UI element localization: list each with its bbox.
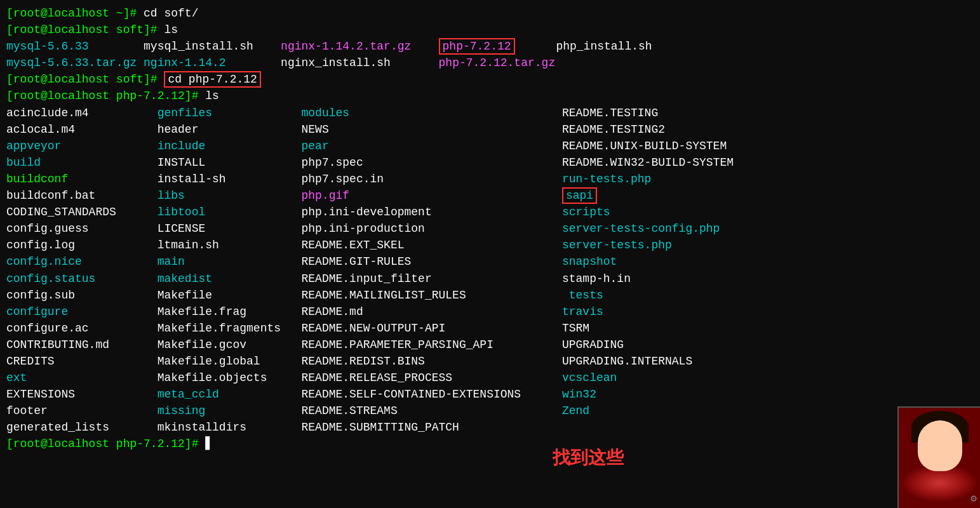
php-ls-r11: config.status makedist README.input_filt… bbox=[6, 271, 974, 287]
f-sapi-outlined: sapi bbox=[562, 187, 597, 204]
php-ls-r12: config.sub Makefile README.MAILINGLIST_R… bbox=[6, 287, 974, 304]
php-ls-r9: config.log ltmain.sh README.EXT_SKEL ser… bbox=[6, 237, 974, 253]
f-readme-self-contained: README.SELF-CONTAINED-EXTENSIONS bbox=[301, 388, 561, 401]
line-ls-php: [root@localhost php-7.2.12]# ls bbox=[6, 88, 974, 104]
gear-icon: ⚙ bbox=[970, 492, 977, 505]
line-cd-php: [root@localhost soft]# cd php-7.2.12 bbox=[6, 71, 974, 88]
php-ls-r3: appveyor include pear README.UNIX-BUILD-… bbox=[6, 138, 974, 154]
avatar-thumbnail: ⚙ bbox=[897, 406, 980, 508]
file-nginx-tar: nginx-1.14.2.tar.gz bbox=[281, 40, 438, 53]
f-readme-streams: README.STREAMS bbox=[301, 404, 561, 417]
f-config-log: config.log bbox=[6, 239, 158, 251]
f-readme-testing: README.TESTING bbox=[562, 107, 658, 119]
cmd-cd-php-outlined: cd php-7.2.12 bbox=[164, 71, 260, 88]
f-readme-win32: README.WIN32-BUILD-SYSTEM bbox=[562, 156, 734, 169]
f-news: NEWS bbox=[301, 123, 561, 136]
f-configure-ac: configure.ac bbox=[6, 322, 158, 335]
f-config-guess: config.guess bbox=[6, 222, 158, 235]
file-mysql-tar: mysql-5.6.33.tar.gz bbox=[6, 57, 144, 69]
line-ls-soft: [root@localhost soft]# ls bbox=[6, 22, 974, 38]
file-nginx-install: nginx_install.sh bbox=[281, 57, 438, 69]
f-scripts: scripts bbox=[562, 206, 610, 218]
f-license: LICENSE bbox=[158, 222, 302, 235]
f-appveyor: appveyor bbox=[6, 140, 158, 152]
php-ls-r13: configure Makefile.frag README.md travis bbox=[6, 304, 974, 320]
php-ls-r8: config.guess LICENSE php.ini-production … bbox=[6, 220, 974, 237]
f-genfiles: genfiles bbox=[158, 107, 302, 119]
f-header: header bbox=[158, 123, 302, 136]
f-upgrading-internals: UPGRADING.INTERNALS bbox=[562, 355, 692, 368]
f-coding-standards: CODING_STANDARDS bbox=[6, 206, 158, 218]
f-readme-redist-bins: README.REDIST.BINS bbox=[301, 355, 561, 368]
f-php-ini-dev: php.ini-development bbox=[301, 206, 561, 218]
f-server-tests-config: server-tests-config.php bbox=[562, 222, 720, 235]
f-config-sub: config.sub bbox=[6, 289, 158, 302]
f-buildconf-bat: buildconf.bat bbox=[6, 189, 158, 202]
file-php-7212-outlined: php-7.2.12 bbox=[439, 38, 515, 55]
f-credits: CREDITS bbox=[6, 355, 158, 368]
f-readme-unix: README.UNIX-BUILD-SYSTEM bbox=[562, 140, 727, 152]
php-ls-r6: buildconf.bat libs php.gif sapi bbox=[6, 187, 974, 204]
php-ls-r10: config.nice main README.GIT-RULES snapsh… bbox=[6, 253, 974, 270]
f-win32: win32 bbox=[562, 388, 596, 401]
f-sapi: sapi bbox=[566, 189, 593, 202]
f-libtool: libtool bbox=[158, 206, 302, 218]
php-ls-r16: CREDITS Makefile.global README.REDIST.BI… bbox=[6, 353, 974, 370]
f-makefile-fragments: Makefile.fragments bbox=[158, 322, 302, 335]
file-mysql-5633: mysql-5.6.33 bbox=[6, 40, 144, 53]
line-cd-soft: [root@localhost ~]# cd soft/ bbox=[6, 5, 974, 22]
f-include: include bbox=[158, 140, 302, 152]
f-upgrading: UPGRADING bbox=[562, 338, 624, 351]
avatar-image bbox=[899, 408, 980, 508]
php-ls-r4: build INSTALL php7.spec README.WIN32-BUI… bbox=[6, 154, 974, 171]
f-readme-mailinglist: README.MAILINGLIST_RULES bbox=[301, 289, 568, 302]
f-aclocal: aclocal.m4 bbox=[6, 123, 158, 136]
prompt-4: [root@localhost php-7.2.12]# bbox=[6, 90, 205, 102]
php-ls-r15: CONTRIBUTING.md Makefile.gcov README.PAR… bbox=[6, 337, 974, 353]
f-makefile-gcov: Makefile.gcov bbox=[158, 338, 302, 351]
php-ls-r7: CODING_STANDARDS libtool php.ini-develop… bbox=[6, 204, 974, 220]
f-vcsclean: vcsclean bbox=[562, 371, 617, 384]
f-build: build bbox=[6, 156, 158, 169]
f-acinclude: acinclude.m4 bbox=[6, 107, 158, 119]
f-contributing: CONTRIBUTING.md bbox=[6, 338, 158, 351]
f-php-gif: php.gif bbox=[301, 189, 561, 202]
f-php-ini-prod: php.ini-production bbox=[301, 222, 561, 235]
php-ls-r20: generated_lists mkinstalldirs README.SUB… bbox=[6, 419, 974, 436]
f-readme-testing2: README.TESTING2 bbox=[562, 123, 665, 136]
f-missing: missing bbox=[158, 404, 302, 417]
cursor: ▋ bbox=[205, 438, 212, 450]
ls-row1: mysql-5.6.33 mysql_install.sh nginx-1.14… bbox=[6, 38, 974, 55]
f-configure: configure bbox=[6, 305, 158, 318]
f-libs: libs bbox=[158, 189, 302, 202]
php-ls-r17: ext Makefile.objects README.RELEASE_PROC… bbox=[6, 370, 974, 386]
f-config-status: config.status bbox=[6, 272, 158, 285]
f-zend: Zend bbox=[562, 404, 589, 417]
file-php-tar: php-7.2.12.tar.gz bbox=[439, 57, 556, 69]
prompt-1: [root@localhost ~]# bbox=[6, 7, 144, 20]
f-makedist: makedist bbox=[158, 272, 302, 285]
f-makefile: Makefile bbox=[158, 289, 302, 302]
file-mysql-install: mysql_install.sh bbox=[144, 40, 281, 53]
terminal: [root@localhost ~]# cd soft/ [root@local… bbox=[0, 0, 980, 458]
php-ls-r14: configure.ac Makefile.fragments README.N… bbox=[6, 320, 974, 337]
f-php7specin: php7.spec.in bbox=[301, 173, 561, 185]
prompt-3: [root@localhost soft]# bbox=[6, 73, 164, 86]
f-modules: modules bbox=[301, 107, 561, 119]
f-tests: tests bbox=[569, 289, 603, 302]
f-stamp-h: stamp-h.in bbox=[562, 272, 631, 285]
spacer1 bbox=[515, 40, 556, 53]
f-tsrm: TSRM bbox=[562, 322, 589, 335]
f-readme-param-parsing: README.PARAMETER_PARSING_API bbox=[301, 338, 561, 351]
file-nginx-1142: nginx-1.14.2 bbox=[144, 57, 281, 69]
f-generated-lists: generated_lists bbox=[6, 421, 158, 434]
file-php-install: php_install.sh bbox=[556, 40, 652, 53]
php-ls-r19: footer missing README.STREAMS Zend bbox=[6, 403, 974, 419]
file-php-7212: php-7.2.12 bbox=[443, 40, 511, 53]
f-snapshot: snapshot bbox=[562, 255, 617, 268]
f-mkinstalldirs: mkinstalldirs bbox=[158, 421, 302, 434]
cmd-cd-php: cd php-7.2.12 bbox=[168, 73, 257, 86]
f-readme-new-output: README.NEW-OUTPUT-API bbox=[301, 322, 561, 335]
f-ltmain: ltmain.sh bbox=[158, 239, 302, 251]
f-ext: ext bbox=[6, 371, 158, 384]
